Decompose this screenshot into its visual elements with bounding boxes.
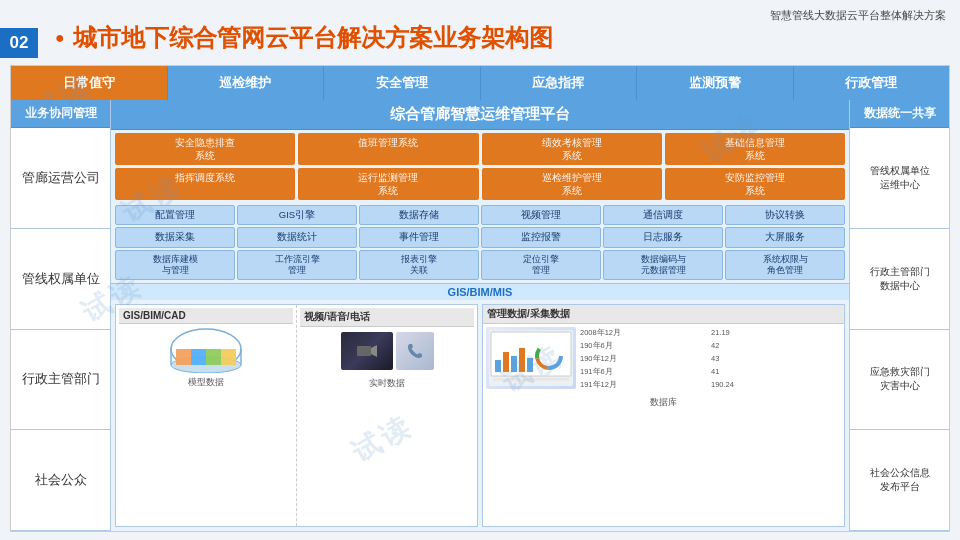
grid-cell-6: 巡检维护管理系统 — [482, 168, 662, 200]
svg-rect-14 — [503, 352, 509, 372]
nav-item-3[interactable]: 应急指挥 — [481, 66, 638, 100]
grid-cell-3: 基础信息管理系统 — [665, 133, 845, 165]
left-sidebar-item-1: 管线权属单位 — [11, 229, 110, 330]
pipe-illustration — [166, 325, 246, 373]
label-mgmt-data: 管理数据/采集数据 — [483, 305, 844, 324]
label-video-voice: 视频/语音/电话 — [300, 308, 474, 327]
right-sidebar-item-3: 社会公众信息发布平台 — [850, 430, 949, 531]
grid-cell-4: 指挥调度系统 — [115, 168, 295, 200]
right-sidebar-item-0: 管线权属单位运维中心 — [850, 128, 949, 229]
module-6: 数据采集 — [115, 227, 235, 247]
svg-rect-21 — [493, 378, 569, 381]
module-0: 配置管理 — [115, 205, 235, 225]
grid-cell-7: 安防监控管理系统 — [665, 168, 845, 200]
nav-item-4[interactable]: 监测预警 — [637, 66, 794, 100]
module-2: 数据存储 — [359, 205, 479, 225]
module-10: 日志服务 — [603, 227, 723, 247]
bottom-right-box: 管理数据/采集数据 — [482, 304, 845, 527]
left-sidebar-item-2: 行政主管部门 — [11, 330, 110, 431]
module-4: 通信调度 — [603, 205, 723, 225]
svg-rect-8 — [221, 349, 236, 365]
phone-icon — [407, 343, 423, 359]
grid-cell-1: 值班管理系统 — [298, 133, 478, 165]
module-12: 数据库建模与管理 — [115, 250, 235, 280]
right-sidebar: 数据统一共享 管线权属单位运维中心 行政主管部门数据中心 应急救灾部门灾害中心 … — [849, 100, 949, 531]
svg-rect-5 — [176, 349, 191, 365]
module-3: 视频管理 — [481, 205, 601, 225]
sublabel-realtime-data: 实时数据 — [300, 377, 474, 390]
right-sidebar-item-2: 应急救灾部门灾害中心 — [850, 330, 949, 431]
modules-area: 配置管理 GIS引擎 数据存储 视频管理 通信调度 协议转换 数据采集 数据统计… — [111, 202, 849, 283]
left-sidebar-item-0: 管廊运营公司 — [11, 128, 110, 229]
module-7: 数据统计 — [237, 227, 357, 247]
top-nav: 日常值守 巡检维护 安全管理 应急指挥 监测预警 行政管理 — [11, 66, 949, 100]
bottom-left-box: GIS/BIM/CAD — [115, 304, 478, 527]
left-sidebar: 业务协同管理 管廊运营公司 管线权属单位 行政主管部门 社会公众 — [11, 100, 111, 531]
module-8: 事件管理 — [359, 227, 479, 247]
nav-item-0[interactable]: 日常值守 — [11, 66, 168, 100]
module-11: 大屏服务 — [725, 227, 845, 247]
camera-icon — [357, 344, 377, 358]
svg-rect-15 — [511, 356, 517, 372]
module-16: 数据编码与元数据管理 — [603, 250, 723, 280]
bottom-data-area: GIS/BIM/CAD — [111, 300, 849, 531]
content-area: 日常值守 巡检维护 安全管理 应急指挥 监测预警 行政管理 业务协同管理 管廊运… — [10, 65, 950, 532]
sublabel-model-data: 模型数据 — [119, 376, 293, 389]
module-1: GIS引擎 — [237, 205, 357, 225]
gis-label: GIS/BIM/MIS — [111, 283, 849, 300]
svg-rect-9 — [357, 346, 371, 356]
module-5: 协议转换 — [725, 205, 845, 225]
nav-item-2[interactable]: 安全管理 — [324, 66, 481, 100]
svg-rect-13 — [495, 360, 501, 372]
right-sidebar-header: 数据统一共享 — [850, 100, 949, 128]
main-title: 城市地下综合管网云平台解决方案业务架构图 — [55, 22, 553, 54]
svg-rect-6 — [191, 349, 206, 365]
center-title: 综合管廊智慧运维管理平台 — [111, 100, 849, 130]
grid-cell-0: 安全隐患排查系统 — [115, 133, 295, 165]
svg-rect-17 — [527, 358, 533, 372]
grid-cell-5: 运行监测管理系统 — [298, 168, 478, 200]
svg-rect-7 — [206, 349, 221, 365]
body-layout: 业务协同管理 管廊运营公司 管线权属单位 行政主管部门 社会公众 综合管廊智慧运… — [11, 100, 949, 531]
sublabel-database: 数据库 — [483, 396, 844, 409]
module-13: 工作流引擎管理 — [237, 250, 357, 280]
module-17: 系统权限与角色管理 — [725, 250, 845, 280]
slide-badge: 02 — [0, 28, 38, 58]
grid-cell-2: 绩效考核管理系统 — [482, 133, 662, 165]
left-sidebar-item-3: 社会公众 — [11, 430, 110, 531]
top-label: 智慧管线大数据云平台整体解决方案 — [770, 8, 946, 23]
nav-item-1[interactable]: 巡检维护 — [168, 66, 325, 100]
svg-marker-10 — [371, 345, 377, 357]
module-15: 定位引擎管理 — [481, 250, 601, 280]
right-sidebar-item-1: 行政主管部门数据中心 — [850, 229, 949, 330]
module-9: 监控报警 — [481, 227, 601, 247]
center-main: 综合管廊智慧运维管理平台 安全隐患排查系统 值班管理系统 绩效考核管理系统 基础… — [111, 100, 849, 531]
dashboard-illustration — [489, 330, 573, 386]
label-gis-bim-cad: GIS/BIM/CAD — [119, 308, 293, 324]
svg-rect-22 — [493, 382, 569, 384]
nav-item-5[interactable]: 行政管理 — [794, 66, 950, 100]
svg-rect-16 — [519, 348, 525, 372]
left-sidebar-header: 业务协同管理 — [11, 100, 110, 128]
module-14: 报表引擎关联 — [359, 250, 479, 280]
